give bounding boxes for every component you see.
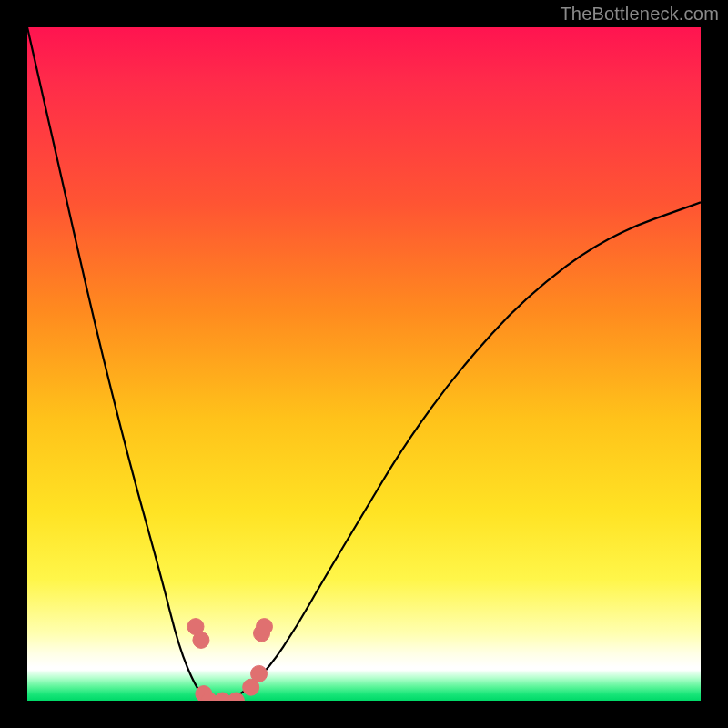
curve-layer bbox=[27, 27, 701, 701]
optimal-markers bbox=[187, 619, 272, 701]
plot-area bbox=[27, 27, 701, 701]
watermark-text: TheBottleneck.com bbox=[560, 4, 719, 25]
optimal-marker-dot bbox=[193, 632, 209, 648]
chart-frame: TheBottleneck.com bbox=[0, 0, 728, 728]
bottleneck-curve bbox=[27, 27, 701, 701]
optimal-marker-dot bbox=[256, 619, 272, 635]
optimal-marker-dot bbox=[251, 665, 268, 682]
